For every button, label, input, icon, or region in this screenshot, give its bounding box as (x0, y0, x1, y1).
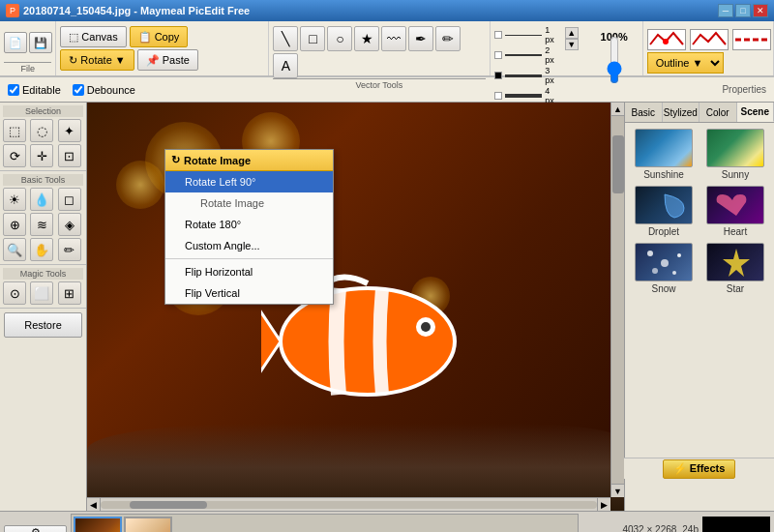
maximize-button[interactable]: □ (735, 4, 751, 17)
save-button[interactable]: 💾 (29, 32, 52, 53)
magic-select-tool[interactable]: ✦ (58, 119, 81, 142)
scene-grid: Sunshine Sunny Droplet (625, 123, 774, 300)
image-dimensions: 4032 × 2268 (622, 524, 676, 533)
line-tool[interactable]: ╲ (273, 26, 298, 51)
clone-tool[interactable]: ⊕ (3, 213, 26, 236)
menu-flip-horizontal[interactable]: Flip Horizontal (165, 261, 333, 282)
v-scroll-thumb[interactable] (612, 135, 624, 193)
thickness-up-btn[interactable]: ▲ (565, 27, 579, 39)
properties-section-label: Properties (722, 84, 766, 95)
blur-tool[interactable]: ≋ (30, 213, 53, 236)
left-sidebar: Selection ⬚ ◌ ✦ ⟳ ✛ ⊡ Basic Tools ☀ 💧 ◻ … (0, 103, 87, 511)
canvas-button[interactable]: ⬚ Canvas (60, 26, 126, 47)
file-section-label: File (4, 62, 51, 74)
vector-section-label: Vector Tools (273, 78, 485, 90)
editable-checkbox[interactable] (8, 84, 19, 96)
scene-thumb-sunshine (635, 129, 693, 167)
color-pick-tool[interactable]: ✏ (58, 238, 81, 261)
vertical-scrollbar[interactable]: ▲ ▼ (610, 103, 624, 497)
tab-color[interactable]: Color (700, 103, 737, 122)
scene-heart[interactable]: Heart (702, 186, 768, 237)
star-tool[interactable]: ★ (354, 26, 379, 51)
menu-rotate-180[interactable]: Rotate 180° (165, 214, 333, 235)
menu-rotate-image[interactable]: Rotate Image (165, 192, 333, 214)
paste-button[interactable]: 📌 Paste (137, 49, 198, 71)
scene-sunny[interactable]: Sunny (702, 129, 768, 180)
magic-tools: ⊙ ⬜ ⊞ (3, 281, 83, 305)
settings-button[interactable]: ⚙ Settings (4, 525, 67, 532)
move-tool[interactable]: ✛ (30, 144, 53, 167)
tab-scene[interactable]: Scene (737, 103, 775, 122)
restore-button[interactable]: Restore (4, 312, 82, 338)
tab-stylized[interactable]: Stylized (663, 103, 700, 122)
scroll-right-btn[interactable]: ▶ (597, 498, 610, 512)
thickness-down-btn[interactable]: ▼ (565, 39, 579, 50)
scroll-left-btn[interactable]: ◀ (87, 498, 101, 512)
paint-tool[interactable]: ☀ (3, 188, 26, 211)
right-tabs: Basic Stylized Color Scene (625, 103, 774, 123)
scroll-down-btn[interactable]: ▼ (611, 484, 624, 497)
menu-rotate-left-90[interactable]: Rotate Left 90° (165, 171, 333, 192)
outline-select[interactable]: Outline ▼ (647, 52, 724, 74)
eraser-tool[interactable]: ◻ (58, 188, 81, 211)
scene-label-sunshine: Sunshine (643, 169, 684, 180)
zoom-tool[interactable]: 🔍 (3, 238, 26, 261)
v-scroll-track[interactable] (611, 116, 624, 484)
scene-star[interactable]: Star (702, 243, 768, 294)
menu-custom-angle[interactable]: Custom Angle... (165, 235, 333, 256)
snow-icon (636, 244, 693, 281)
h-scroll-track[interactable] (101, 501, 597, 509)
effects-button[interactable]: ⚡ Effects (663, 459, 736, 479)
pen-tool[interactable]: ✒ (408, 26, 433, 51)
scene-droplet[interactable]: Droplet (631, 186, 697, 237)
magic-tool-1[interactable]: ⊙ (3, 281, 26, 305)
text-tool[interactable]: A (273, 53, 298, 78)
copy-button[interactable]: 📋 Copy (130, 26, 189, 47)
edit-tools: ⬚ Canvas 📋 Copy ↻ Rotate ▼ 📌 Paste (60, 23, 264, 74)
minimize-button[interactable]: ─ (718, 4, 733, 17)
scroll-up-btn[interactable]: ▲ (611, 103, 624, 116)
menu-flip-vertical[interactable]: Flip Vertical (165, 282, 333, 304)
editable-checkbox-label[interactable]: Editable (8, 84, 61, 96)
scene-label-heart: Heart (724, 226, 747, 237)
crop-tool[interactable]: ⊡ (58, 144, 81, 167)
horizontal-scrollbar[interactable]: ◀ ▶ (87, 497, 610, 511)
rotate-image-icon: ↻ (171, 154, 180, 166)
toolbar-vector-section: ╲ □ ○ ★ 〰 ✒ ✏ A Vector Tools (269, 21, 490, 75)
thumbnail-2[interactable] (124, 517, 172, 532)
h-scroll-thumb[interactable] (130, 501, 207, 509)
stroke-sample-3[interactable] (732, 29, 771, 50)
hand-tool[interactable]: ✋ (30, 238, 53, 261)
scene-snow[interactable]: Snow (631, 243, 697, 294)
scene-sunshine[interactable]: Sunshine (631, 129, 697, 180)
curve-tool[interactable]: 〰 (381, 26, 406, 51)
new-button[interactable]: 📄 (4, 32, 27, 53)
bottom-bar: ⚙ Settings 4032 × 2268 24b 1:1 ⊡ LO4D.co… (0, 511, 774, 532)
lasso-tool[interactable]: ⟳ (3, 144, 26, 167)
close-button[interactable]: ✕ (753, 4, 768, 17)
sharpen-tool[interactable]: ◈ (58, 213, 81, 236)
toolbar-edit-section: ⬚ Canvas 📋 Copy ↻ Rotate ▼ 📌 Paste (56, 21, 269, 75)
ellipse-select-tool[interactable]: ◌ (30, 119, 53, 142)
right-panel: Basic Stylized Color Scene Sunshine Sunn… (624, 103, 774, 511)
debounce-checkbox-label[interactable]: Debounce (73, 84, 135, 96)
svg-point-4 (421, 322, 431, 332)
stroke-sample-1[interactable] (647, 29, 686, 50)
debounce-checkbox[interactable] (73, 84, 84, 96)
canvas-area[interactable]: LO4D ↻ Rotate Image Rotate Left 90° (87, 103, 624, 511)
rect-select-tool[interactable]: ⬚ (3, 119, 26, 142)
pencil-tool[interactable]: ✏ (435, 26, 461, 51)
rect-tool[interactable]: □ (300, 26, 325, 51)
bit-depth: 24b (682, 524, 699, 533)
magic-tool-2[interactable]: ⬜ (30, 281, 53, 305)
ellipse-tool[interactable]: ○ (327, 26, 352, 51)
thumbnail-1[interactable] (74, 517, 122, 532)
toolbar-stroke-section: Outline ▼ (643, 21, 774, 75)
magic-tool-3[interactable]: ⊞ (58, 281, 81, 305)
zoom-slider[interactable] (607, 36, 622, 84)
stroke-sample-2[interactable] (690, 29, 729, 50)
tab-basic[interactable]: Basic (625, 103, 663, 122)
rotate-button[interactable]: ↻ Rotate ▼ (60, 49, 134, 71)
rotate-icon: ↻ (69, 54, 77, 67)
fill-tool[interactable]: 💧 (30, 188, 53, 211)
